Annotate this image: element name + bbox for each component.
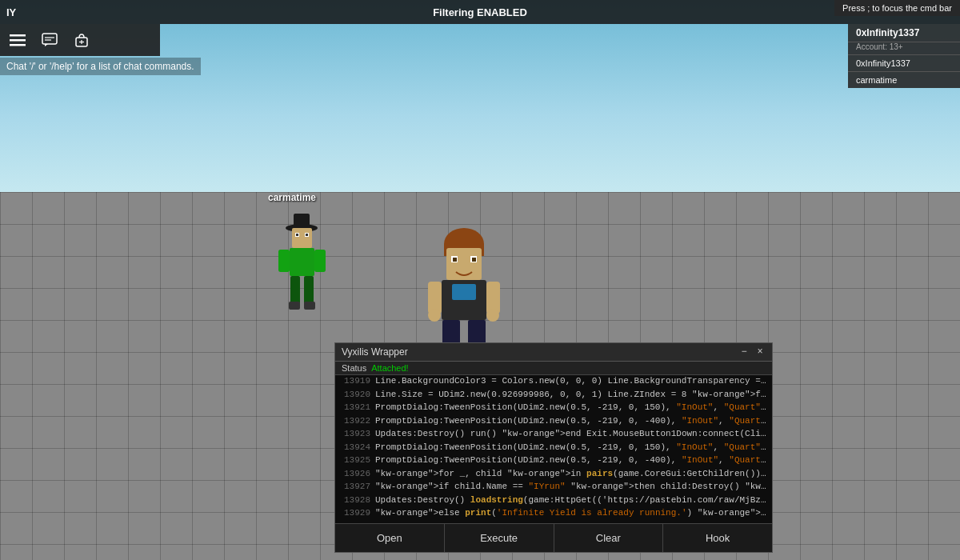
top-bar: IY Filtering ENABLED — [0, 0, 960, 24]
iy-logo: IY — [6, 6, 16, 18]
filtering-status: Filtering ENABLED — [433, 6, 527, 18]
status-value: Attached! — [371, 363, 408, 373]
svg-rect-22 — [290, 276, 300, 304]
close-button[interactable]: × — [754, 346, 766, 358]
player-name-header: 0xInfinity1337 — [848, 24, 960, 42]
svg-point-37 — [428, 309, 441, 322]
vyxilis-statusbar: Status Attached! — [335, 362, 772, 375]
svg-rect-23 — [304, 276, 314, 304]
svg-rect-35 — [428, 282, 442, 314]
player-panel: 0xInfinity1337 Account: 13+ 0xInfinity13… — [848, 24, 960, 88]
svg-rect-25 — [304, 302, 315, 310]
vyxilis-title: Vyxilis Wrapper — [342, 346, 408, 358]
vyxilis-footer: Open Execute Clear Hook — [335, 523, 772, 552]
svg-point-38 — [486, 309, 499, 322]
svg-rect-15 — [306, 234, 308, 236]
svg-rect-10 — [294, 214, 310, 230]
account-info: Account: 13+ — [848, 42, 960, 54]
vyxilis-controls: − × — [738, 346, 766, 358]
vyxilis-code[interactable]: 13919Line.BackgroundColor3 = Colors.new(… — [335, 375, 772, 523]
icon-bar — [0, 24, 160, 56]
hook-button[interactable]: Hook — [663, 524, 772, 552]
code-line: 13924PromptDialog:TweenPosition(UDim2.ne… — [340, 441, 767, 454]
code-line: 13921PromptDialog:TweenPosition(UDim2.ne… — [340, 401, 767, 414]
svg-rect-17 — [290, 248, 314, 276]
svg-rect-11 — [292, 228, 312, 248]
svg-rect-36 — [486, 282, 500, 314]
svg-rect-31 — [453, 258, 457, 262]
svg-rect-19 — [278, 250, 290, 272]
svg-rect-21 — [314, 250, 326, 272]
code-line: 13927"kw-orange">if child.Name == "IYrun… — [340, 480, 767, 494]
player-item-0[interactable]: 0xInfinity1337 — [848, 54, 960, 71]
code-line: 13925PromptDialog:TweenPosition(UDim2.ne… — [340, 454, 767, 467]
menu-icon[interactable] — [6, 29, 29, 51]
svg-rect-0 — [10, 34, 26, 37]
svg-rect-32 — [472, 258, 476, 262]
code-line: 13923Updates:Destroy() run() "kw-orange"… — [340, 427, 767, 441]
vyxilis-titlebar: Vyxilis Wrapper − × — [335, 343, 772, 362]
backpack-icon[interactable] — [70, 29, 93, 51]
svg-rect-1 — [10, 39, 26, 42]
open-button[interactable]: Open — [335, 524, 445, 552]
code-line: 13928Updates:Destroy() loadstring(game:H… — [340, 494, 767, 507]
execute-button[interactable]: Execute — [445, 524, 554, 552]
char-carmatime-label: carmatime — [268, 192, 316, 203]
code-line: 13920Line.Size = UDim2.new(0.926999986, … — [340, 388, 767, 402]
svg-rect-34 — [452, 284, 476, 300]
code-line: 13919Line.BackgroundColor3 = Colors.new(… — [340, 375, 767, 388]
vyxilis-panel: Vyxilis Wrapper − × Status Attached! 139… — [334, 342, 773, 553]
svg-rect-14 — [296, 234, 298, 236]
code-line: 13922PromptDialog:TweenPosition(UDim2.ne… — [340, 414, 767, 428]
code-line: 13926"kw-orange">for _, child "kw-orange… — [340, 467, 767, 481]
status-label: Status — [342, 363, 366, 373]
code-line: 13929"kw-orange">else print('Infinite Yi… — [340, 506, 767, 520]
player-item-1[interactable]: carmatime — [848, 71, 960, 88]
top-bar-left: IY — [0, 6, 16, 18]
char-main — [424, 224, 504, 352]
svg-rect-2 — [10, 44, 26, 46]
chat-icon[interactable] — [38, 29, 61, 51]
cmd-bar-hint[interactable]: Press ; to focus the cmd bar — [834, 0, 960, 16]
clear-button[interactable]: Clear — [554, 524, 664, 552]
minimize-button[interactable]: − — [738, 346, 750, 358]
char-carmatime — [272, 204, 332, 316]
svg-rect-24 — [289, 302, 300, 310]
chat-hint: Chat '/' or '/help' for a list of chat c… — [0, 58, 201, 75]
svg-rect-3 — [42, 34, 57, 44]
